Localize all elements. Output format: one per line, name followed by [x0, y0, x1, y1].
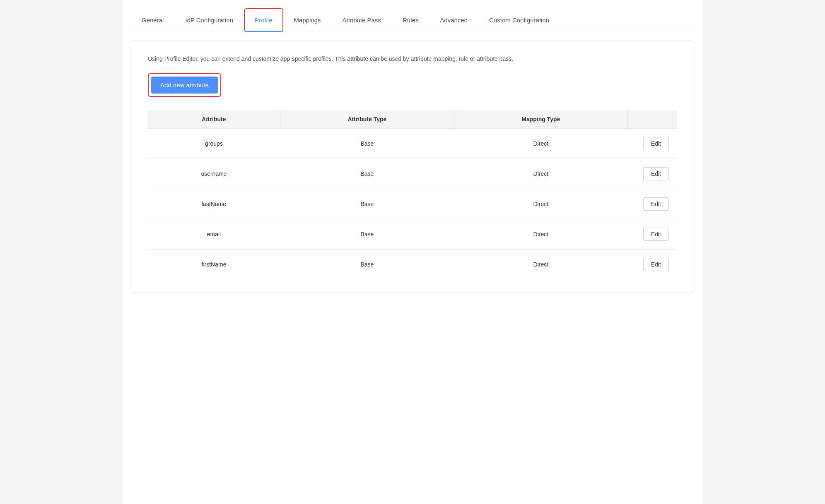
table-row: groupsBaseDirectEdit [148, 129, 677, 159]
table-row: firstNameBaseDirectEdit [148, 250, 677, 280]
cell-mapping-type: Direct [454, 189, 627, 219]
cell-attribute-type: Base [280, 219, 454, 250]
cell-attribute-type: Base [280, 129, 454, 159]
table-row: usernameBaseDirectEdit [148, 159, 677, 189]
table-row: lastNameBaseDirectEdit [148, 189, 677, 219]
cell-action: Edit [627, 219, 677, 250]
cell-action: Edit [627, 189, 677, 219]
cell-attribute: firstName [148, 250, 280, 280]
description-text: Using Profile Editor, you can extend and… [148, 54, 521, 63]
add-new-attribute-button[interactable]: Add new attribute [151, 77, 218, 94]
tab-advanced[interactable]: Advanced [429, 8, 478, 32]
cell-action: Edit [627, 129, 677, 159]
cell-action: Edit [627, 250, 677, 280]
cell-attribute: username [148, 159, 280, 189]
edit-button-firstName[interactable]: Edit [643, 258, 669, 271]
cell-attribute-type: Base [280, 159, 454, 189]
cell-attribute: groups [148, 129, 280, 159]
tab-mappings[interactable]: Mappings [283, 8, 332, 32]
col-header-mapping-type: Mapping Type [454, 110, 627, 129]
cell-attribute: lastName [148, 189, 280, 219]
page-container: General IdP Configuration Profile Mappin… [123, 0, 702, 504]
cell-mapping-type: Direct [454, 219, 627, 250]
table-row: emailBaseDirectEdit [148, 219, 677, 250]
add-button-highlight: Add new attribute [148, 73, 221, 97]
cell-mapping-type: Direct [454, 250, 627, 280]
table-header-row: Attribute Attribute Type Mapping Type [148, 110, 677, 129]
attributes-table: Attribute Attribute Type Mapping Type gr… [148, 110, 677, 279]
edit-button-email[interactable]: Edit [643, 228, 669, 241]
edit-button-lastName[interactable]: Edit [643, 197, 669, 211]
content-card: Using Profile Editor, you can extend and… [131, 41, 694, 293]
tab-rules[interactable]: Rules [392, 8, 429, 32]
tab-custom-configuration[interactable]: Custom Configuration [478, 8, 560, 32]
col-header-attribute: Attribute [148, 110, 280, 129]
edit-button-username[interactable]: Edit [643, 167, 669, 180]
cell-attribute-type: Base [280, 189, 454, 219]
cell-attribute-type: Base [280, 250, 454, 280]
tab-general[interactable]: General [131, 8, 174, 32]
cell-action: Edit [627, 159, 677, 189]
cell-mapping-type: Direct [454, 159, 627, 189]
edit-button-groups[interactable]: Edit [643, 137, 669, 150]
col-header-action [627, 110, 677, 129]
tab-idp-configuration[interactable]: IdP Configuration [174, 8, 244, 32]
tabs-container: General IdP Configuration Profile Mappin… [131, 8, 694, 32]
tab-profile[interactable]: Profile [244, 8, 283, 32]
col-header-attribute-type: Attribute Type [280, 110, 454, 129]
cell-mapping-type: Direct [454, 129, 627, 159]
tab-attribute-pass[interactable]: Attribute Pass [332, 8, 392, 32]
cell-attribute: email [148, 219, 280, 250]
